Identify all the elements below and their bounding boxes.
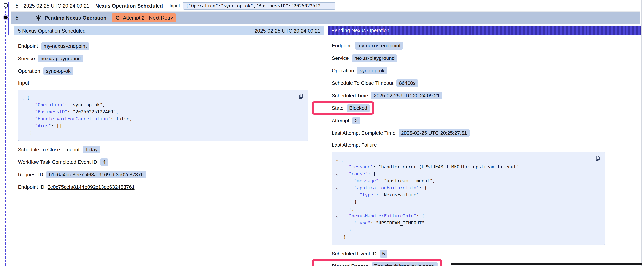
input-json-block: ⌄{ "Operation": "sync-op-ok", "BusinessI…: [18, 90, 308, 141]
json-line: "message": "handler error (UPSTREAM_TIME…: [334, 163, 593, 170]
json-line: }: [334, 233, 593, 240]
json-gutter: [334, 226, 341, 233]
json-line: "Args": []: [20, 122, 296, 129]
json-line: "type": "NexusFailure": [334, 191, 593, 198]
json-line: ⌄ "cause": {: [334, 170, 593, 177]
json-code: "type": "UPSTREAM_TIMEOUT": [341, 219, 424, 226]
event-id-link[interactable]: 5: [16, 15, 18, 21]
json-gutter: [334, 233, 341, 240]
field-value-chip: 2025-02-25 UTC 20:24:09.21: [371, 92, 442, 99]
json-line: "BusinessID": "20250225122409",: [20, 108, 296, 115]
field-label: Schedule To Close Timeout: [18, 147, 80, 153]
field-label: Blocked Reason: [332, 263, 368, 266]
field-label: Last Attempt Complete Time: [332, 130, 396, 136]
field-value-chip: 2: [352, 117, 360, 124]
chevron-down-icon[interactable]: ⌄: [334, 156, 341, 163]
json-line: "message": "upstream timeout",: [334, 177, 593, 184]
field-row-schedule-to-close-timeout: Schedule To Close Timeout86400s: [332, 79, 605, 87]
json-line: ⌄ "applicationFailureInfo": {: [334, 184, 593, 191]
panel-left-header: 5 Nexus Operation Scheduled 2025-02-25 U…: [14, 26, 324, 36]
scrollbar-track[interactable]: [642, 1, 642, 265]
bottom-border-line: [452, 263, 642, 265]
field-row-request-id: Request IDb1c6a4bc-8ee7-468a-9169-df3b02…: [18, 171, 308, 178]
panel-left-timestamp: 2025-02-25 UTC 20:24:09.21: [254, 28, 320, 34]
panel-right-title: Pending Nexus Operation: [331, 28, 390, 34]
field-row-endpoint: Endpointmy-nexus-endpoint: [18, 42, 308, 50]
chevron-down-icon[interactable]: ⌄: [334, 184, 341, 191]
field-label: Workflow Task Completed Event ID: [18, 159, 97, 165]
field-row-endpoint: Endpointmy-nexus-endpoint: [332, 42, 605, 50]
field-label: Schedule To Close Timeout: [332, 80, 393, 86]
field-value-chip: 2025-02-25 UTC 20:25:27.51: [398, 129, 470, 137]
field-row-schedule-to-close-timeout: Schedule To Close Timeout1 day: [18, 146, 308, 153]
field-row-last-attempt-complete-time: Last Attempt Complete Time2025-02-25 UTC…: [332, 129, 605, 137]
field-value-chip: my-nexus-endpoint: [355, 42, 403, 50]
json-line: },: [334, 205, 593, 212]
field-row-endpoint-id: Endpoint ID3c0c75ccfa8144b092c13ce632463…: [18, 183, 308, 191]
event-name: Pending Nexus Operation: [44, 15, 106, 21]
field-row-service: Servicenexus-playground: [332, 54, 605, 62]
json-code: "Args": []: [27, 122, 62, 129]
input-section-label: Input: [18, 80, 308, 86]
field-label: Endpoint: [18, 43, 38, 49]
event-timestamp: 2025-02-25 UTC 20:24:09.21: [24, 3, 89, 9]
field-row-state: StateBlocked: [332, 104, 370, 112]
json-code: "BusinessID": "20250225122409",: [27, 108, 119, 115]
field-value-chip: b1c6a4bc-8ee7-468a-9169-df3b02c8737b: [46, 171, 146, 178]
input-label: Input: [170, 3, 180, 9]
json-gutter: [334, 163, 341, 170]
field-label: Operation: [18, 68, 40, 74]
event-name: Nexus Operation Scheduled: [95, 3, 163, 9]
filled-circle-marker: [3, 15, 8, 20]
json-line: }: [334, 226, 593, 233]
json-gutter: [334, 219, 341, 226]
field-row-scheduled-event-id: Scheduled Event ID5: [332, 250, 605, 257]
copy-icon[interactable]: [298, 93, 304, 100]
event-row-scheduled[interactable]: 5 2025-02-25 UTC 20:24:09.21 Nexus Opera…: [10, 1, 640, 12]
json-gutter: [20, 129, 27, 136]
json-line: }: [334, 198, 593, 205]
json-gutter: [334, 191, 341, 198]
event-id-link[interactable]: 5: [16, 3, 18, 9]
temporal-event-history-view: 5 2025-02-25 UTC 20:24:09.21 Nexus Opera…: [0, 0, 644, 266]
field-label: Service: [18, 56, 35, 62]
json-gutter: [20, 122, 27, 129]
open-circle-marker: [4, 3, 8, 8]
json-code: "applicationFailureInfo": {: [341, 184, 427, 191]
field-label: Attempt: [332, 118, 349, 124]
field-label: Operation: [332, 68, 354, 74]
copy-icon[interactable]: [594, 155, 601, 162]
field-value-link[interactable]: 3c0c75ccfa8144b092c13ce632463761: [48, 184, 135, 190]
json-code: },: [341, 205, 354, 212]
field-value-chip: my-nexus-endpoint: [41, 42, 89, 50]
json-gutter: [334, 205, 341, 212]
json-gutter: [20, 108, 27, 115]
json-line: "type": "UPSTREAM_TIMEOUT": [334, 219, 593, 226]
json-line: ⌄ "nexusHandlerFailureInfo": {: [334, 212, 593, 219]
json-code: "nexusHandlerFailureInfo": {: [341, 212, 424, 219]
field-label: Scheduled Event ID: [332, 251, 376, 257]
failure-json-block: ⌄{ "message": "handler error (UPSTREAM_T…: [332, 152, 605, 245]
json-line: }: [20, 129, 296, 136]
field-row-operation: Operationsync-op-ok: [18, 67, 308, 75]
chevron-down-icon[interactable]: ⌄: [334, 212, 341, 219]
json-code: "message": "handler error (UPSTREAM_TIME…: [341, 163, 522, 170]
field-row-operation: Operationsync-op-ok: [332, 67, 605, 75]
json-gutter: [20, 115, 27, 122]
chevron-down-icon[interactable]: ⌄: [20, 94, 27, 101]
json-line: ⌄{: [20, 94, 296, 101]
field-row-blocked-reason: Blocked ReasonThe circuit breaker is ope…: [332, 262, 438, 266]
json-code: {: [341, 156, 344, 163]
field-value-chip: 86400s: [396, 79, 418, 87]
field-value-chip: sync-op-ok: [357, 67, 387, 75]
chevron-down-icon[interactable]: ⌄: [334, 170, 341, 177]
field-value-chip: 1 day: [83, 146, 100, 153]
json-code: "type": "NexusFailure": [341, 191, 419, 198]
input-preview-chip: {"Operation":"sync-op-ok","BusinessID":"…: [183, 2, 336, 10]
field-value-chip: Blocked: [347, 104, 370, 112]
json-code: "cause": {: [341, 170, 376, 177]
event-row-pending[interactable]: 5 Pending Nexus Operation Attempt 2 · Ne…: [10, 12, 640, 24]
pending-asterisk-icon: [35, 15, 42, 21]
field-row-scheduled-time: Scheduled Time2025-02-25 UTC 20:24:09.21: [332, 92, 605, 99]
panel-pending-nexus-operation: Pending Nexus Operation Endpointmy-nexus…: [328, 26, 641, 265]
